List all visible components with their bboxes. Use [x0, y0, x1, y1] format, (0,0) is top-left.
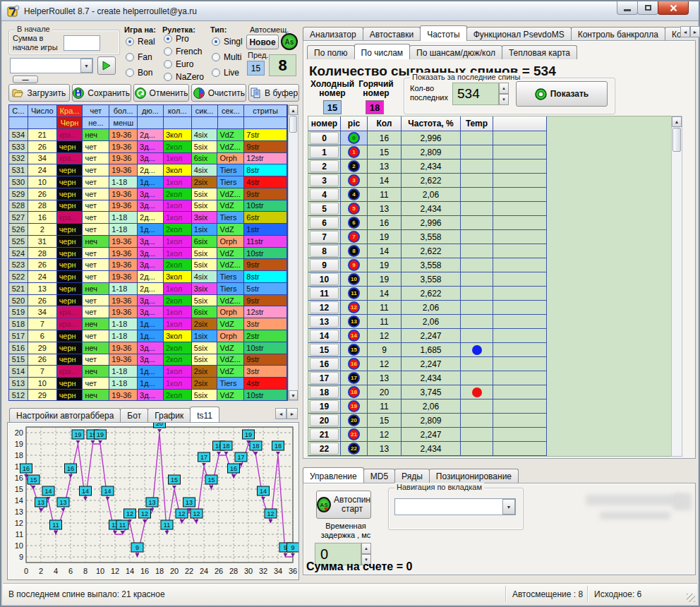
freq-row[interactable]: 1010193,558 [308, 272, 547, 287]
freq-row[interactable]: 1717132,434 [308, 371, 547, 385]
autospin-start-button[interactable]: AS Автоспинстарт [316, 491, 371, 519]
resize-grip[interactable] [687, 594, 695, 602]
freq-row[interactable]: 2222132,434 [308, 442, 547, 456]
tab-позиционирование[interactable]: Позиционирование [429, 469, 519, 483]
nav-combobox[interactable]: ▼ [394, 498, 516, 515]
radio-fan[interactable]: Fan [126, 52, 152, 62]
freq-row[interactable]: 1616122,247 [308, 357, 547, 371]
spins-row[interactable]: 52224чернчет19-362д...3кол4sixTiers8str [9, 271, 287, 283]
freq-row[interactable]: 151591,685 [308, 343, 547, 357]
freq-scroll-up-icon[interactable]: ▲ [672, 116, 682, 127]
radio-nazero[interactable]: NaZero [164, 72, 204, 82]
spins-row[interactable]: 52828чернчет19-363д...1кол5sixVdZ10str [9, 200, 287, 212]
tab-частоты[interactable]: Частоты [420, 25, 467, 41]
subtab-по-числам[interactable]: По числам [354, 44, 411, 59]
tab-анализатор[interactable]: Анализатор [303, 27, 363, 41]
spins-row[interactable]: 52926чернчет19-363д...2кол5sixVdZ...9str [9, 188, 287, 200]
right-tabs-left-arrow-icon[interactable]: ◄ [680, 26, 690, 37]
play-button[interactable] [97, 56, 116, 75]
spins-row[interactable]: 52326чернчет19-363д...2кол5sixVdZ...9str [9, 259, 287, 271]
spins-row[interactable]: 52716кра...чет1-182д...1кол3sixTiers6str [9, 212, 287, 224]
freq-row[interactable]: 2121122,247 [308, 428, 547, 442]
tab-ts11[interactable]: ts11 [190, 407, 219, 422]
minimize-button[interactable] [617, 1, 638, 15]
copy-button[interactable]: В буфер [248, 84, 299, 102]
spins-row[interactable]: 53124чернчет19-362д...3кол4sixTiers8str [9, 164, 287, 176]
spins-row[interactable]: 52428чернчет19-363д...1кол5sixVdZ10str [9, 248, 287, 260]
freq-row[interactable]: 44112,06 [308, 188, 547, 202]
scroll-down-icon[interactable]: ▼ [289, 390, 298, 400]
tab-бот[interactable]: Бот [120, 408, 148, 422]
freq-row[interactable]: 22132,434 [308, 160, 547, 174]
tab-md5[interactable]: MD5 [363, 469, 395, 483]
radio-french[interactable]: French [164, 47, 202, 56]
frequency-scrollbar[interactable]: ▲ [671, 116, 682, 457]
spins-row[interactable]: 52113черннеч1-182д...1кол3sixTiers5str [9, 283, 287, 295]
spins-row[interactable]: 53234кра...чет19-363д...1кол6sixOrph12st… [9, 153, 287, 165]
freq-row[interactable]: 00162,996 [308, 131, 547, 145]
tab-настройки-автограббера[interactable]: Настройки автограббера [9, 408, 121, 422]
freq-row[interactable]: 1919112,06 [308, 399, 547, 414]
freq-row[interactable]: 11152,809 [308, 145, 547, 160]
count-spinner[interactable]: ▲▼ [499, 83, 509, 105]
radio-singl[interactable]: Singl [212, 37, 243, 47]
tabs-right-arrow-icon[interactable]: ► [286, 408, 298, 419]
spins-row[interactable]: 51934кра...чет19-363д...1кол6sixOrph12st… [9, 306, 287, 318]
radio-multi[interactable]: Multi [212, 52, 241, 62]
tab-график[interactable]: График [147, 408, 191, 422]
spins-row[interactable]: 5187кра...неч1-181д...1кол2sixVdZ3str [9, 318, 287, 330]
history-combobox[interactable]: ▼ [10, 58, 93, 73]
new-button[interactable]: Новое [246, 35, 279, 49]
spins-row[interactable]: 5147кра...неч1-181д...1кол2sixVdZ3str [9, 366, 287, 378]
radio-real[interactable]: Real [126, 37, 155, 47]
subtab-по-шансам-дюж-кол[interactable]: По шансам/дюж/кол [409, 45, 502, 59]
subtab-по-полю[interactable]: По полю [307, 45, 355, 59]
scroll-up-icon[interactable]: ▲ [289, 105, 298, 115]
tab-контроль-банкролла[interactable]: Контроль банкролла [571, 27, 665, 41]
spins-row[interactable]: 5176чернчет1-181д...3кол1sixOrph2str [9, 330, 287, 342]
freq-row[interactable]: 99193,558 [308, 258, 547, 272]
spins-row[interactable]: 53010чернчет1-181д...1кол2sixTiers4str [9, 176, 287, 188]
freq-row[interactable]: 88142,622 [308, 244, 547, 258]
tabs-left-arrow-icon[interactable]: ◄ [275, 408, 286, 419]
start-sum-input[interactable] [64, 35, 100, 51]
spins-row[interactable]: 52026чернчет19-363д...2кол5sixVdZ...9str [9, 295, 287, 307]
maximize-button[interactable] [637, 1, 658, 15]
radio-pro[interactable]: Pro [164, 34, 189, 44]
save-button[interactable]: Сохранить [72, 84, 131, 102]
tab-управление[interactable]: Управление [303, 467, 364, 483]
count-spinbox[interactable]: 534 [452, 83, 499, 105]
spins-row[interactable]: 5262чернчет1-181д...2кол1sixVdZ1str [9, 224, 287, 236]
close-button[interactable] [658, 1, 689, 15]
subtab-тепловая-карта[interactable]: Тепловая карта [502, 45, 577, 59]
radio-live[interactable]: Live [212, 68, 239, 78]
folder-open-button[interactable]: Загрузить [8, 84, 70, 102]
spins-row[interactable]: 52531черннеч19-363д...1кол6sixOrph11str [9, 236, 287, 248]
freq-row[interactable]: 1414122,247 [308, 329, 547, 343]
spins-row[interactable]: 51229черннеч19-363д...2кол5sixVdZ10str [9, 390, 287, 401]
spins-row[interactable]: 51526чернчет19-363д...2кол5sixVdZ...9str [9, 354, 287, 366]
freq-row[interactable]: 66162,996 [308, 216, 547, 230]
combobox-dropdown-icon[interactable]: ▼ [80, 59, 92, 73]
freq-row[interactable]: 1818203,745 [308, 385, 547, 399]
show-button[interactable]: Показать [516, 81, 608, 107]
freq-row[interactable]: 1313112,06 [308, 315, 547, 329]
spins-row[interactable]: 53421кра...неч19-362д...3кол4sixVdZ7str [9, 129, 287, 141]
freq-row[interactable]: 77193,558 [308, 230, 547, 244]
radio-euro[interactable]: Euro [164, 59, 193, 69]
radio-bon[interactable]: Bon [126, 68, 152, 78]
freq-row[interactable]: 33142,622 [308, 174, 547, 188]
title-bar[interactable]: HelperRoullet 8.7 - create helperroullet… [1, 1, 699, 21]
clear-button[interactable]: Очистить [191, 84, 246, 102]
freq-scroll-thumb[interactable] [672, 128, 681, 152]
tab-ряды[interactable]: Ряды [394, 469, 430, 483]
collapse-button[interactable]: — [13, 76, 38, 83]
freq-row[interactable]: 1111142,622 [308, 287, 547, 301]
tab-функционал-psevdoms[interactable]: Функционал PsevdoMS [466, 27, 572, 41]
spins-row[interactable]: 51310чернчет1-181д...1кол2sixTiers4str [9, 378, 287, 390]
tab-автоставки[interactable]: Автоставки [363, 27, 421, 41]
undo-button[interactable]: Отменить [133, 84, 190, 102]
spins-table-scrollbar[interactable]: ▲ ▼ [288, 104, 298, 401]
freq-row[interactable]: 2020152,809 [308, 414, 547, 428]
spins-row[interactable]: 51629черннеч19-363д...2кол5sixVdZ10str [9, 342, 287, 354]
